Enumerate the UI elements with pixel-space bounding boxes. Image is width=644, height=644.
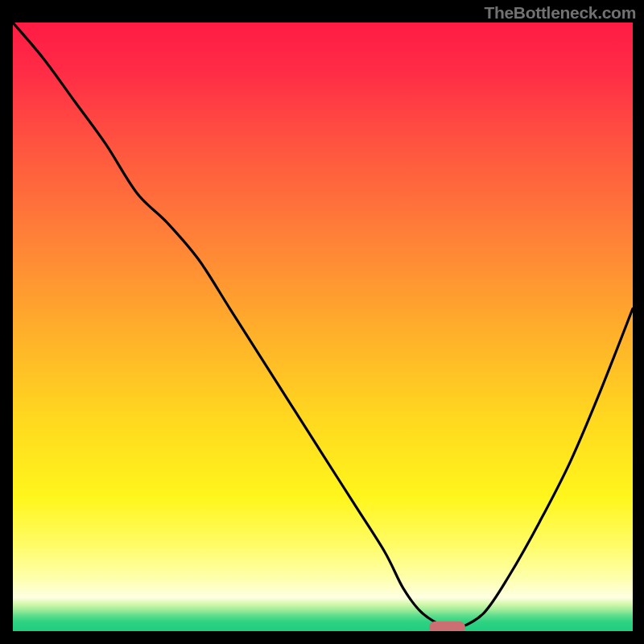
- plot-area: [13, 23, 633, 631]
- chart-svg: [13, 23, 633, 631]
- chart-frame: TheBottleneck.com: [0, 0, 644, 644]
- watermark-text: TheBottleneck.com: [484, 3, 636, 23]
- optimal-marker: [429, 621, 465, 631]
- gradient-rect: [13, 23, 633, 631]
